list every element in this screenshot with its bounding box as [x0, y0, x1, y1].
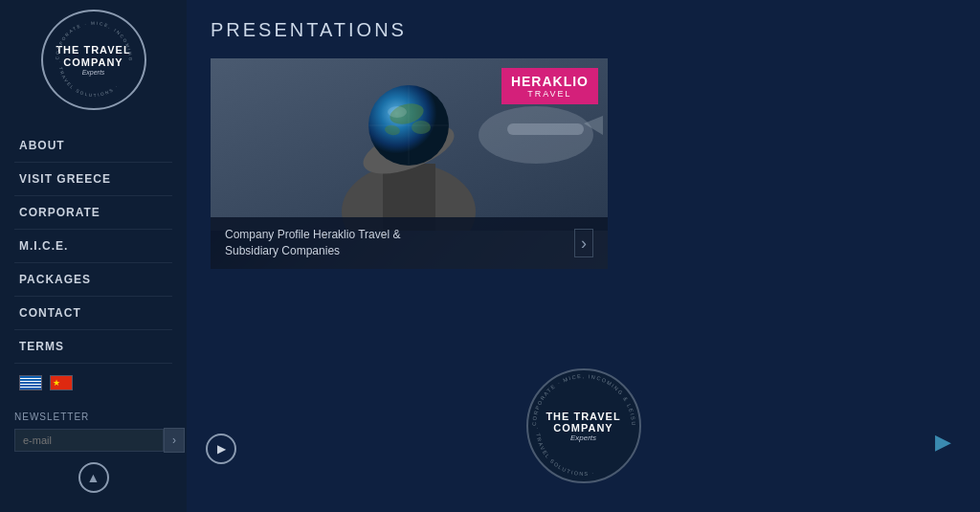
nav-item-packages[interactable]: PACKAGES — [14, 263, 172, 297]
sidebar-bottom: ▲ — [78, 462, 109, 512]
nav-item-mice[interactable]: M.I.C.E. — [14, 230, 172, 263]
flag-greek[interactable] — [19, 375, 42, 390]
navigation: ABOUT VISIT GREECE CORPORATE M.I.C.E. PA… — [0, 129, 187, 364]
bottom-logo: CORPORATE · MICE, INCOMING & LEISURE · T… — [526, 368, 641, 483]
svg-text:· TRAVEL SOLUTIONS ·: · TRAVEL SOLUTIONS · — [57, 61, 120, 98]
play-button[interactable]: ▶ — [206, 434, 236, 464]
play-icon: ▶ — [217, 442, 226, 456]
svg-point-8 — [412, 121, 431, 134]
nav-item-visit-greece[interactable]: VISIT GREECE — [14, 163, 172, 196]
card-caption-text: Company Profile Heraklio Travel &Subsidi… — [225, 227, 400, 259]
sidebar: CORPORATE · MICE, INCOMING & LEISURE · T… — [0, 0, 187, 512]
newsletter-form: › — [14, 428, 172, 453]
main-content: PRESENTATIONS — [187, 0, 980, 512]
nav-item-corporate[interactable]: CORPORATE — [14, 196, 172, 230]
card-arrow-icon[interactable]: › — [574, 229, 593, 257]
page-title: PRESENTATIONS — [211, 19, 956, 41]
nav-item-terms[interactable]: TERMS — [14, 330, 172, 364]
scroll-up-button[interactable]: ▲ — [78, 462, 109, 493]
language-selector — [0, 364, 187, 402]
next-button[interactable]: ▶ — [935, 430, 951, 455]
svg-rect-14 — [507, 123, 584, 135]
newsletter-label: NEWSLETTER — [14, 412, 172, 422]
bottom-logo-tagline: Experts — [546, 434, 620, 442]
heraklio-name: HERAKLIO — [511, 74, 589, 89]
bottom-logo-line2: COMPANY — [546, 422, 620, 434]
nav-item-about[interactable]: ABOUT — [14, 129, 172, 163]
scroll-up-icon: ▲ — [87, 470, 100, 485]
newsletter-submit-button[interactable]: › — [164, 428, 185, 453]
bottom-logo-circle: CORPORATE · MICE, INCOMING & LEISURE · T… — [526, 368, 641, 483]
presentation-card[interactable]: HERAKLIO TRAVEL Company Profile Heraklio… — [211, 58, 608, 269]
bottom-logo-line1: THE TRAVEL — [546, 411, 620, 422]
flag-chinese[interactable] — [50, 375, 73, 390]
svg-point-10 — [388, 106, 407, 118]
card-caption: Company Profile Heraklio Travel &Subsidi… — [211, 217, 608, 269]
next-icon: ▶ — [935, 430, 951, 454]
newsletter-section: NEWSLETTER › — [0, 402, 187, 462]
heraklio-subtitle: TRAVEL — [511, 89, 589, 99]
logo-circle[interactable]: CORPORATE · MICE, INCOMING & LEISURE · T… — [41, 10, 146, 110]
newsletter-input[interactable] — [14, 429, 164, 452]
nav-item-contact[interactable]: CONTACT — [14, 297, 172, 330]
heraklio-badge: HERAKLIO TRAVEL — [501, 68, 598, 104]
svg-text:CORPORATE · MICE, INCOMING & L: CORPORATE · MICE, INCOMING & LEISURE — [43, 11, 133, 62]
